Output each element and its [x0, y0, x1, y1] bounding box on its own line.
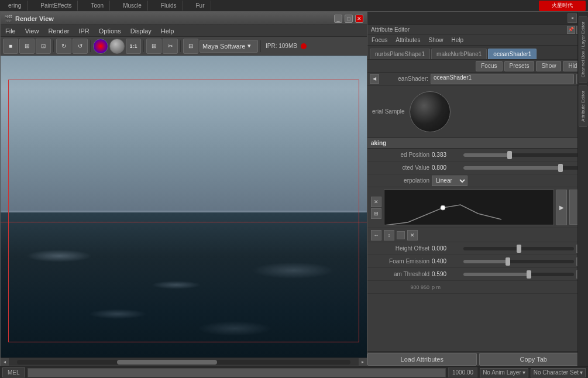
menu-view[interactable]: View — [23, 26, 42, 36]
attr-menu-show[interactable]: Show — [427, 36, 445, 44]
node-tab-nurbs[interactable]: nurbsPlaneShape1 — [370, 49, 430, 59]
dropdown-arrow-icon: ▾ — [247, 42, 251, 50]
node-tab-ocean[interactable]: oceanShader1 — [488, 49, 537, 59]
char-set-dropdown[interactable]: No Character Set ▾ — [531, 368, 586, 377]
attr-editor-header: Attribute Editor 📌 ✕ — [367, 25, 588, 35]
scroll-right-arrow[interactable]: ▸ — [359, 358, 367, 366]
shader-arrow-left[interactable]: ◀ — [370, 74, 379, 84]
attr-coords-value: p m — [432, 284, 461, 290]
attr-foam-emission-label: Foam Emission — [371, 258, 429, 264]
attr-pin-btn[interactable]: 📌 — [567, 26, 575, 34]
logo-text: 火星时代 — [552, 2, 573, 9]
ramp-section[interactable]: aking ed Position 0.383 cted Value 0.800 — [367, 138, 588, 351]
anim-dropdown-icon: ▾ — [522, 369, 525, 376]
tab-fur[interactable]: Fur — [190, 1, 211, 11]
attr-foam-threshold-value[interactable]: 0.590 — [432, 271, 461, 277]
menu-ipr[interactable]: IPR — [76, 26, 91, 36]
copy-tab-button[interactable]: Copy Tab — [479, 353, 589, 366]
toolbar-btn-1[interactable]: ■ — [3, 39, 18, 54]
anim-layer-dropdown[interactable]: No Anim Layer ▾ — [480, 368, 528, 377]
focus-button[interactable]: Focus — [476, 61, 502, 71]
attr-interpolation-select[interactable]: Linear None Smooth Spline — [432, 176, 467, 186]
tab-toon[interactable]: Toon — [85, 1, 110, 11]
render-view-title: Render View — [15, 15, 332, 22]
ramp-ctrl-x[interactable]: ✕ — [407, 230, 418, 240]
attr-value-slider[interactable] — [463, 166, 584, 170]
attr-position-fill — [463, 153, 510, 157]
render-scrollbar-h[interactable]: ◂ ▸ — [1, 358, 367, 366]
side-tab-attr-editor[interactable]: Attribute Editor — [579, 85, 587, 127]
attr-value-thumb — [558, 164, 563, 172]
tab-muscle[interactable]: Muscle — [117, 1, 148, 11]
sep-2 — [90, 40, 91, 52]
toolbar-btn-color[interactable] — [93, 39, 108, 54]
attr-position-slider[interactable] — [463, 153, 584, 157]
ramp-ctrl-h[interactable]: ↔ — [371, 230, 381, 240]
presets-button[interactable]: Presets — [504, 61, 535, 71]
tab-painteffects[interactable]: PaintEffects — [35, 1, 78, 11]
ramp-ctrl-copy[interactable]: ⊞ — [371, 208, 381, 219]
toolbar-btn-grid[interactable]: ⊟ — [183, 39, 198, 54]
attr-height-offset-slider[interactable] — [463, 247, 574, 250]
menu-render[interactable]: Render — [46, 26, 71, 36]
coord-value: 1000.00 — [452, 369, 473, 376]
attr-height-offset-label: Height Offset — [371, 245, 429, 252]
command-input[interactable] — [27, 368, 446, 377]
tab-fluids[interactable]: Fluids — [155, 1, 183, 11]
ramp-group-label: aking — [367, 138, 588, 149]
show-button[interactable]: Show — [536, 61, 561, 71]
attr-interpolation-label: erpolation — [371, 177, 429, 184]
menu-file[interactable]: File — [3, 26, 18, 36]
toolbar-btn-sphere[interactable] — [109, 39, 125, 54]
ramp-color-swatch[interactable] — [397, 231, 405, 239]
ramp-side-expand[interactable]: ▶ — [556, 190, 567, 225]
attr-position-thumb — [507, 151, 512, 159]
toolbar-btn-undo[interactable]: ↺ — [73, 39, 88, 54]
close-button[interactable]: ✕ — [355, 15, 363, 23]
toolbar-btn-camera[interactable]: ⊡ — [36, 39, 51, 54]
tab-ering[interactable]: ering — [2, 1, 27, 11]
load-attributes-button[interactable]: Load Attributes — [367, 353, 477, 366]
attr-value-label: cted Value — [371, 164, 429, 171]
attr-menu-help[interactable]: Help — [450, 36, 466, 44]
toolbar-btn-1x1[interactable]: 1:1 — [126, 39, 141, 54]
tab-prev-arrow[interactable]: ◂ — [568, 13, 577, 23]
toolbar-btn-refresh[interactable]: ↻ — [56, 39, 71, 54]
minimize-button[interactable]: _ — [334, 15, 342, 23]
renderer-dropdown[interactable]: Maya Software ▾ — [200, 40, 258, 53]
attr-value-value[interactable]: 0.800 — [432, 164, 461, 171]
attr-position-value[interactable]: 0.383 — [432, 152, 461, 158]
render-sky — [1, 56, 367, 222]
toolbar-btn-snap[interactable]: ✂ — [163, 39, 178, 54]
attr-foam-threshold-slider[interactable] — [463, 273, 574, 276]
attr-editor-title: Attribute Editor — [371, 26, 410, 33]
mel-button[interactable]: MEL — [2, 367, 25, 377]
attr-menu-focus[interactable]: Focus — [370, 36, 389, 44]
attr-menu-attributes[interactable]: Attributes — [394, 36, 422, 44]
material-sphere — [410, 91, 451, 132]
ramp-ctrl-v[interactable]: ↕ — [384, 230, 394, 240]
ramp-graph[interactable] — [384, 190, 554, 225]
menu-options[interactable]: Options — [97, 26, 123, 36]
toolbar-btn-2[interactable]: ⊞ — [19, 39, 35, 54]
side-tab-channel-box[interactable]: Channel Box / Layer Editor — [579, 16, 587, 83]
menu-display[interactable]: Display — [128, 26, 154, 36]
maximize-button[interactable]: □ — [345, 15, 353, 23]
scroll-left-arrow[interactable]: ◂ — [1, 358, 9, 366]
scroll-track[interactable] — [17, 360, 350, 365]
ramp-graph-row: ✕ ⊞ ▶ — [367, 187, 588, 228]
ramp-controls-row: ↔ ↕ ✕ — [367, 228, 588, 242]
node-tab-makenurbs[interactable]: makeNurbPlane1 — [431, 49, 487, 59]
ramp-ctrl-delete[interactable]: ✕ — [371, 197, 381, 207]
toolbar-btn-view[interactable]: ⊞ — [146, 39, 161, 54]
scroll-thumb[interactable] — [117, 360, 217, 365]
shader-input[interactable]: oceanShader1 — [431, 74, 574, 84]
attr-foam-emission-slider[interactable] — [463, 260, 574, 263]
ramp-point[interactable] — [441, 205, 445, 210]
char-set-dropdown-icon: ▾ — [580, 369, 583, 376]
attr-foam-emission-value[interactable]: 0.400 — [432, 258, 461, 264]
menu-help[interactable]: Help — [159, 26, 177, 36]
attr-foam-threshold-fill — [463, 273, 529, 276]
attr-height-offset-value[interactable]: 0.000 — [432, 245, 461, 252]
sep-5 — [260, 40, 261, 52]
